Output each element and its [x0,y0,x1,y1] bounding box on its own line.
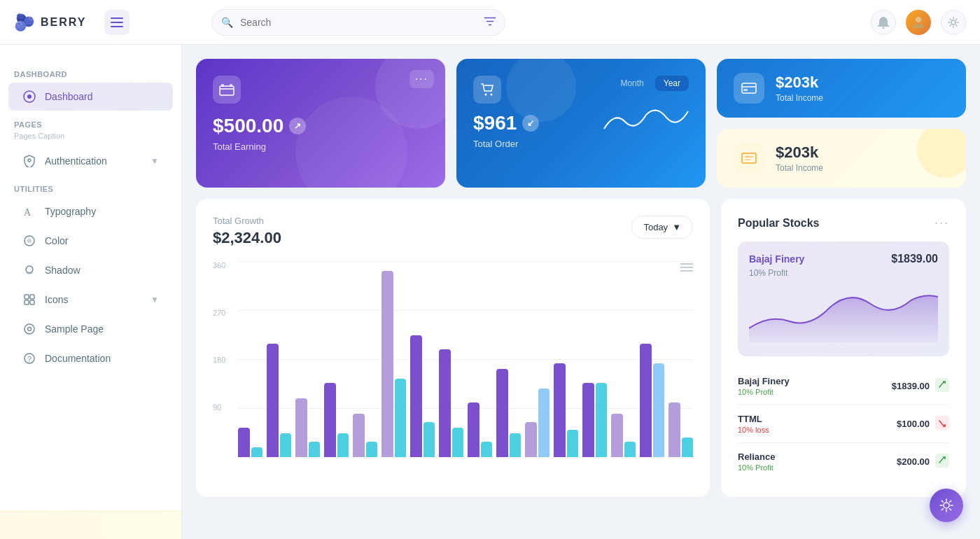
fab-button[interactable] [930,489,963,522]
svg-point-29 [491,94,493,96]
bar-group-7 [410,261,435,457]
sidebar-item-color-label: Color [45,235,68,246]
bar-group-1 [238,261,262,457]
svg-text:?: ? [27,355,31,363]
chart-amount: $2,324.00 [213,229,281,247]
year-toggle-button[interactable]: Year [655,76,689,91]
stock-rows: Bajaj Finery 10% Profit $1839.00 TTML 10… [738,368,949,480]
avatar[interactable] [906,10,931,35]
stocks-menu-icon[interactable]: ··· [934,216,949,230]
sidebar-item-color[interactable]: Color [8,227,173,255]
sidebar-item-icons-label: Icons [45,294,68,305]
sidebar-item-authentication-label: Authentication [45,155,107,167]
bar-group-10 [496,261,521,457]
income-blue-value: $203k [776,74,823,92]
search-input[interactable] [211,9,505,36]
svg-point-42 [944,503,949,508]
income-yellow-value: $203k [776,144,823,162]
income-blue-label: Total Income [776,93,823,103]
stocks-card: Popular Stocks ··· Bajaj Finery $1839.00… [721,199,966,497]
today-btn-label: Today [643,222,668,232]
sidebar-item-icons[interactable]: Icons ▼ [8,286,173,314]
svg-rect-41 [935,454,949,468]
order-card-top: Month Year [473,76,689,104]
svg-point-14 [27,239,31,243]
earning-card-icon [213,76,241,104]
featured-stock-value: $1839.00 [891,253,938,265]
chart-area: 360 270 180 90 [213,261,693,457]
svg-rect-40 [935,416,949,430]
earning-card-menu[interactable]: ··· [410,70,434,88]
bar-group-13 [582,261,607,457]
sidebar-item-sample-page[interactable]: Sample Page [8,315,173,343]
income-yellow-label: Total Income [776,163,823,173]
svg-rect-34 [745,156,753,158]
svg-rect-19 [24,300,29,304]
cards-row: ··· $500.00 ↗ Total Earning Month Year [196,59,966,188]
ttml-profit: 10% loss [738,426,769,434]
stocks-header: Popular Stocks ··· [738,216,949,230]
sidebar-section-utilities: Utilities [0,176,181,196]
bar-group-9 [468,261,492,457]
svg-point-21 [24,324,34,334]
sidebar-pages-caption: Pages Caption [0,132,181,146]
filter-icon[interactable] [484,16,496,28]
chart-header: Total Growth $2,324.00 Today ▼ [213,216,693,247]
documentation-icon: ? [22,351,36,365]
right-stats: $203k Total Income $203k Total Income [717,59,966,188]
chart-bars [238,261,693,457]
svg-rect-1 [111,22,123,23]
income-yellow-card: $203k Total Income [717,129,966,188]
stock-row-reliance: Reliance 10% Profit $200.00 [738,443,949,480]
sidebar-item-documentation[interactable]: ? Documentation [8,344,173,372]
svg-point-8 [951,20,955,24]
sidebar-section-dashboard: Dashboard [0,62,181,81]
income-blue-icon [734,73,764,104]
chart-y-labels: 360 270 180 90 [213,261,225,457]
sidebar-item-dashboard[interactable]: Dashboard [8,83,173,111]
bar-group-16 [668,261,693,457]
bar-group-3 [295,261,320,457]
notification-button[interactable] [871,10,896,35]
sidebar-item-shadow[interactable]: Shadow [8,256,173,284]
sidebar-item-authentication[interactable]: Authentication ▼ [8,147,173,175]
month-toggle-button[interactable]: Month [612,76,652,91]
featured-stock-top: Bajaj Finery $1839.00 [749,253,938,265]
hamburger-button[interactable] [104,10,130,35]
reliance-profit: 10% Profit [738,463,775,472]
bar-group-5 [353,261,377,457]
bar-group-4 [324,261,349,457]
sample-page-icon [22,322,36,336]
reliance-trend-icon [935,454,949,470]
settings-button[interactable] [941,10,966,35]
income-blue-card: $203k Total Income [717,59,966,118]
main-area: ··· $500.00 ↗ Total Earning Month Year [182,45,980,539]
search-bar: 🔍 [211,9,505,36]
svg-rect-32 [743,89,748,91]
sidebar-section-pages: Pages [0,112,181,132]
svg-rect-0 [111,18,123,19]
bar-group-11 [525,261,550,457]
sidebar-item-typography[interactable]: A Typography [8,197,173,225]
svg-rect-2 [111,26,123,27]
topbar: 🫐 BERRY 🔍 [0,0,980,45]
svg-rect-26 [221,84,224,87]
order-card: Month Year $961 ↙ Total Order [456,59,706,188]
svg-rect-18 [30,295,34,299]
svg-point-7 [916,17,921,22]
sidebar-item-documentation-label: Documentation [45,353,111,364]
logo-icon: 🫐 [14,13,35,32]
featured-stock-name: Bajaj Finery [749,253,804,265]
search-icon: 🔍 [221,17,233,28]
stock-row-bajaj: Bajaj Finery 10% Profit $1839.00 [738,368,949,405]
bar-group-8 [439,261,463,457]
featured-stock-sparkline [749,286,938,342]
svg-rect-20 [30,300,34,304]
growth-section: Total Growth $2,324.00 Today ▼ 360 270 1… [196,199,966,497]
svg-rect-35 [745,159,750,160]
icons-icon [22,293,36,307]
bajaj-profit: 10% Profit [738,388,790,396]
svg-rect-30 [742,83,756,93]
today-button[interactable]: Today ▼ [631,216,693,239]
earning-up-icon: ↗ [289,118,306,134]
